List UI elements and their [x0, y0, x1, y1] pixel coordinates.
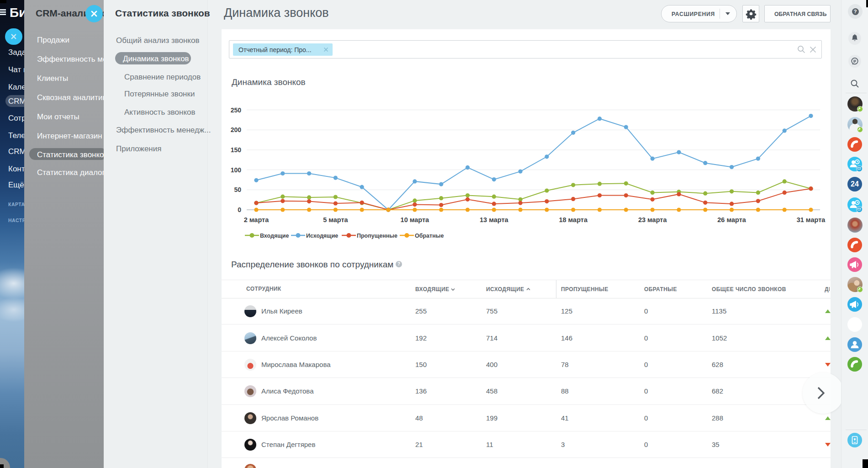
svg-text:10 марта: 10 марта: [401, 216, 430, 223]
svg-text:13 марта: 13 марта: [480, 216, 509, 223]
svg-text:0: 0: [238, 206, 241, 213]
svg-text:Входящие: Входящие: [260, 233, 289, 239]
svg-text:100: 100: [231, 166, 242, 174]
svg-text:50: 50: [234, 186, 241, 193]
svg-text:150: 150: [231, 146, 242, 154]
svg-text:26 марта: 26 марта: [717, 216, 746, 223]
svg-text:18 марта: 18 марта: [559, 216, 588, 223]
svg-text:23 марта: 23 марта: [638, 216, 667, 223]
svg-text:200: 200: [231, 126, 242, 133]
svg-text:31 марта: 31 марта: [797, 216, 826, 223]
svg-text:5 марта: 5 марта: [323, 216, 348, 223]
svg-text:Обратные: Обратные: [415, 233, 444, 239]
svg-text:Исходящие: Исходящие: [306, 233, 338, 239]
svg-text:2 марта: 2 марта: [244, 216, 269, 223]
svg-text:250: 250: [231, 106, 242, 114]
svg-text:Пропущенные: Пропущенные: [357, 233, 397, 239]
